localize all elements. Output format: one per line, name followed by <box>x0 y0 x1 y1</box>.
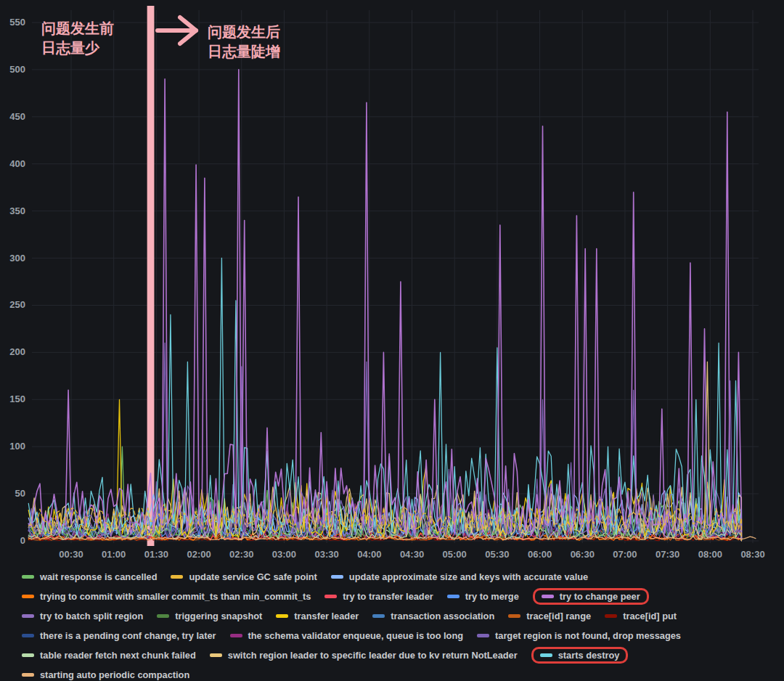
legend-row: trying to commit with smaller commit_ts … <box>22 587 777 606</box>
y-axis-label: 200 <box>1 347 25 357</box>
legend-swatch-icon <box>542 595 554 598</box>
legend-item[interactable]: wait response is cancelled <box>22 571 157 582</box>
legend-swatch-icon <box>447 595 460 598</box>
x-axis-label: 04:00 <box>357 550 381 560</box>
legend-swatch-icon <box>324 595 337 598</box>
legend-item[interactable]: try to merge <box>447 591 519 602</box>
legend-label: try to merge <box>465 591 519 602</box>
incident-highlight-band <box>147 6 155 546</box>
legend-row: table reader fetch next chunk failedswit… <box>22 645 777 665</box>
legend-label: table reader fetch next chunk failed <box>40 650 196 661</box>
legend-swatch-icon <box>605 614 617 618</box>
legend-item[interactable]: update approximate size and keys with ac… <box>331 571 588 582</box>
annotation-before-incident: 问题发生前 日志量少 <box>41 19 114 58</box>
legend-item[interactable]: table reader fetch next chunk failed <box>22 650 196 661</box>
x-axis-label: 07:00 <box>613 550 637 560</box>
y-axis-label: 350 <box>1 206 25 216</box>
legend-label: there is a pending conf change, try late… <box>40 630 216 641</box>
legend-item[interactable]: transfer leader <box>276 611 359 621</box>
legend-label: trace[id] range <box>526 611 591 621</box>
x-axis-label: 01:00 <box>102 550 126 560</box>
legend-item[interactable]: update service GC safe point <box>171 571 317 582</box>
legend-swatch-icon <box>331 575 343 579</box>
x-axis-label: 03:30 <box>314 550 338 560</box>
legend-item[interactable]: trace[id] range <box>508 611 591 621</box>
legend-label: target region is not found, drop message… <box>495 630 681 641</box>
y-axis-label: 550 <box>1 17 25 28</box>
y-axis-label: 100 <box>1 441 25 452</box>
legend-swatch-icon <box>230 634 242 637</box>
legend-swatch-icon <box>372 614 385 618</box>
legend-label: transfer leader <box>294 611 359 621</box>
legend-item[interactable]: try to batch split region <box>22 611 143 621</box>
legend-swatch-icon <box>171 575 183 579</box>
x-axis-label: 06:00 <box>528 550 552 560</box>
x-axis-label: 08:30 <box>740 550 764 560</box>
x-axis-label: 07:30 <box>656 550 679 560</box>
legend-item[interactable]: try to transfer leader <box>324 591 433 602</box>
annotation-after-incident: 问题发生后 日志量陡增 <box>208 23 280 62</box>
legend-row: there is a pending conf change, try late… <box>22 626 777 645</box>
annotation-before-line2: 日志量少 <box>41 38 114 58</box>
legend-row: try to batch split regiontriggering snap… <box>22 606 777 626</box>
legend-item[interactable]: there is a pending conf change, try late… <box>22 630 216 641</box>
legend-swatch-icon <box>22 614 34 618</box>
legend-swatch-icon <box>540 653 552 657</box>
annotation-before-line1: 问题发生前 <box>41 19 114 38</box>
x-axis-label: 03:00 <box>272 550 296 560</box>
legend-swatch-icon <box>210 653 222 657</box>
log-volume-chart-panel: 050100150200250300350400450500550 00:300… <box>0 0 784 681</box>
legend-label: try to batch split region <box>40 611 143 621</box>
legend-label: starting auto periodic compaction <box>40 669 189 680</box>
legend-swatch-icon <box>477 634 489 637</box>
legend-swatch-icon <box>157 614 169 618</box>
legend-row: wait response is cancelledupdate service… <box>22 567 777 587</box>
grid-lines <box>32 10 759 543</box>
legend-label: starts destroy <box>558 650 620 661</box>
legend-row: starting auto periodic compaction <box>22 665 777 681</box>
legend-label: switch region leader to specific leader … <box>228 650 518 661</box>
legend-label: transaction association <box>391 611 494 621</box>
legend-label: update approximate size and keys with ac… <box>349 571 588 582</box>
y-axis-label: 50 <box>1 489 25 499</box>
legend-label: try to transfer leader <box>343 591 433 602</box>
legend-swatch-icon <box>22 634 34 637</box>
chart-legend: wait response is cancelledupdate service… <box>22 567 777 681</box>
legend-label: wait response is cancelled <box>40 571 157 582</box>
legend-swatch-icon <box>276 614 288 618</box>
legend-item[interactable]: switch region leader to specific leader … <box>210 650 518 661</box>
legend-item[interactable]: try to change peer <box>533 588 649 605</box>
y-axis-label: 450 <box>1 112 25 122</box>
x-axis-label: 04:30 <box>400 550 424 560</box>
chart-canvas[interactable] <box>0 0 784 566</box>
legend-label: update service GC safe point <box>189 571 317 582</box>
x-axis-label: 02:00 <box>187 550 211 560</box>
legend-item[interactable]: triggering snapshot <box>157 611 262 621</box>
legend-item[interactable]: the schema validator enqueue, queue is t… <box>230 630 464 641</box>
x-axis-label: 08:00 <box>698 550 722 560</box>
legend-swatch-icon <box>22 575 34 579</box>
x-axis-label: 00:30 <box>59 550 83 560</box>
legend-label: trace[id] put <box>623 611 677 621</box>
x-axis-label: 06:30 <box>571 550 595 560</box>
legend-swatch-icon <box>22 595 34 598</box>
legend-swatch-icon <box>508 614 520 618</box>
annotation-after-line1: 问题发生后 <box>208 23 280 42</box>
x-axis-label: 01:30 <box>144 550 168 560</box>
x-axis-label: 05:30 <box>485 550 509 560</box>
y-axis-label: 0 <box>1 536 25 546</box>
legend-item[interactable]: target region is not found, drop message… <box>477 630 681 641</box>
y-axis-label: 150 <box>1 394 25 404</box>
legend-item[interactable]: starting auto periodic compaction <box>22 669 189 680</box>
y-axis-label: 250 <box>1 300 25 310</box>
legend-swatch-icon <box>22 673 34 677</box>
legend-item[interactable]: transaction association <box>372 611 494 621</box>
legend-label: triggering snapshot <box>175 611 262 621</box>
legend-item[interactable]: trace[id] put <box>605 611 677 621</box>
legend-item[interactable]: trying to commit with smaller commit_ts … <box>22 591 311 602</box>
annotation-arrow-icon <box>158 17 196 44</box>
y-axis-label: 300 <box>1 253 25 264</box>
legend-item[interactable]: starts destroy <box>531 647 629 664</box>
x-axis-label: 02:30 <box>229 550 253 560</box>
x-axis-label: 05:00 <box>443 550 467 560</box>
